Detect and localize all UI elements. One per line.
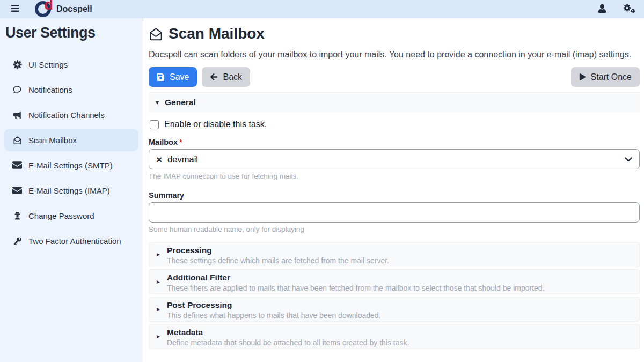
required-mark: * <box>179 138 182 146</box>
sidebar-item-scan-mailbox[interactable]: Scan Mailbox <box>4 129 138 151</box>
section-title: Metadata <box>167 328 409 337</box>
key-icon <box>12 237 23 246</box>
section-description: These settings define which mails are fe… <box>167 256 389 265</box>
sidebar-item-notification-channels[interactable]: Notification Channels <box>4 104 138 126</box>
sidebar-item-label: E-Mail Settings (IMAP) <box>28 186 110 195</box>
envelope-icon <box>12 161 23 169</box>
user-icon <box>598 4 606 14</box>
sidebar: User Settings UI Settings <box>0 18 143 362</box>
sidebar-item-label: Change Password <box>28 211 94 220</box>
sidebar-item-label: Notification Channels <box>28 110 105 120</box>
collapsed-sections: ▸ Processing These settings define which… <box>149 242 640 349</box>
envelope-open-icon <box>12 136 23 145</box>
sidebar-item-two-factor[interactable]: Two Factor Authentication <box>4 230 138 252</box>
section-description: These filters are applied to mails that … <box>167 284 545 292</box>
bullhorn-icon <box>12 110 23 119</box>
summary-help: Some human readable name, only for displ… <box>149 225 640 233</box>
sidebar-item-email-smtp[interactable]: E-Mail Settings (SMTP) <box>4 154 138 176</box>
sidebar-item-label: Notifications <box>28 85 72 94</box>
sidebar-item-label: E-Mail Settings (SMTP) <box>28 161 113 170</box>
action-bar: Save Back Start Once <box>149 67 640 87</box>
page-description: Docspell can scan folders of your mailbo… <box>149 47 640 62</box>
main-content: Scan Mailbox Docspell can scan folders o… <box>143 18 644 362</box>
caret-right-icon: ▸ <box>157 278 160 291</box>
envelope-icon <box>12 187 23 194</box>
comment-icon <box>12 85 23 94</box>
mailbox-label: Mailbox* <box>149 138 640 146</box>
page-title-text: Scan Mailbox <box>169 25 265 43</box>
general-section-header[interactable]: ▾ General <box>149 92 640 112</box>
start-once-button[interactable]: Start Once <box>571 67 640 87</box>
sidebar-item-label: Scan Mailbox <box>28 136 77 145</box>
section-title: Additional Filter <box>167 273 545 283</box>
sidebar-item-change-password[interactable]: Change Password <box>4 204 138 227</box>
summary-label: Summary <box>149 191 640 200</box>
user-secret-icon <box>12 211 23 220</box>
section-additional-filter[interactable]: ▸ Additional Filter These filters are ap… <box>149 269 640 294</box>
docspell-logo-icon: d <box>35 1 51 17</box>
app-name[interactable]: Docspell <box>56 4 92 14</box>
sidebar-item-email-imap[interactable]: E-Mail Settings (IMAP) <box>4 179 138 202</box>
settings-button[interactable] <box>623 3 635 15</box>
save-button[interactable]: Save <box>149 67 197 87</box>
sidebar-item-ui-settings[interactable]: UI Settings <box>4 53 138 76</box>
save-button-label: Save <box>170 72 189 82</box>
menu-button[interactable] <box>9 2 22 17</box>
section-title: Post Processing <box>167 300 381 310</box>
mailbox-select-value: devmail <box>167 154 198 165</box>
sidebar-title: User Settings <box>4 25 138 41</box>
back-button-label: Back <box>223 72 242 82</box>
enable-task-label: Enable or disable this task. <box>164 120 267 129</box>
section-description: Define metadata that should be attached … <box>167 338 409 347</box>
summary-input[interactable] <box>149 202 640 223</box>
page-title: Scan Mailbox <box>149 25 640 43</box>
mailbox-select[interactable]: × devmail <box>149 149 640 169</box>
save-icon <box>157 73 165 81</box>
enable-task-checkbox[interactable] <box>150 120 159 129</box>
mailbox-label-text: Mailbox <box>149 138 178 146</box>
sidebar-item-notifications[interactable]: Notifications <box>4 78 138 101</box>
start-once-button-label: Start Once <box>591 72 632 82</box>
arrow-left-icon <box>210 73 218 81</box>
section-title: Processing <box>167 246 389 255</box>
sidebar-item-label: Two Factor Authentication <box>28 237 121 246</box>
caret-down-icon: ▾ <box>156 99 159 106</box>
back-button[interactable]: Back <box>202 67 250 87</box>
chevron-down-icon[interactable] <box>625 157 632 162</box>
clear-icon[interactable]: × <box>156 154 162 165</box>
section-description: This defines what happens to mails that … <box>167 311 381 320</box>
caret-right-icon: ▸ <box>157 333 160 345</box>
caret-right-icon: ▸ <box>157 305 160 318</box>
caret-right-icon: ▸ <box>157 250 160 263</box>
section-metadata[interactable]: ▸ Metadata Define metadata that should b… <box>149 324 640 349</box>
enable-task-row: Enable or disable this task. <box>150 120 640 129</box>
account-button[interactable] <box>598 4 606 14</box>
sidebar-item-label: UI Settings <box>28 60 68 69</box>
general-section-label: General <box>165 98 196 107</box>
envelope-open-icon <box>149 27 163 41</box>
gear-icon <box>12 60 23 69</box>
cogs-icon <box>623 3 635 15</box>
hamburger-icon <box>11 4 20 14</box>
mailbox-help: The IMAP connection to use for fetching … <box>149 172 640 180</box>
section-processing[interactable]: ▸ Processing These settings define which… <box>149 242 640 267</box>
topbar: d Docspell <box>0 0 644 18</box>
section-post-processing[interactable]: ▸ Post Processing This defines what happ… <box>149 297 640 322</box>
play-icon <box>579 73 586 80</box>
